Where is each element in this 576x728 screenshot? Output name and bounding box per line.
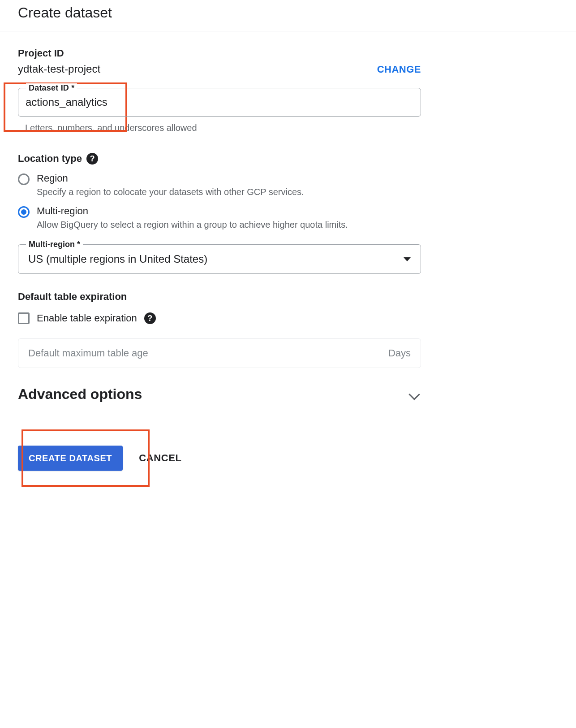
dataset-id-field[interactable]: Dataset ID * actions_analytics — [18, 88, 421, 117]
dataset-id-label: Dataset ID * — [26, 83, 77, 93]
table-expiration-heading: Default table expiration — [18, 291, 421, 303]
project-row: Project ID ydtak-test-project CHANGE — [18, 48, 421, 75]
radio-icon — [18, 173, 30, 185]
max-table-age-suffix: Days — [388, 347, 411, 359]
advanced-options-title: Advanced options — [18, 386, 142, 403]
cancel-button[interactable]: CANCEL — [139, 452, 181, 464]
location-type-label: Location type — [18, 153, 82, 165]
dataset-id-value: actions_analytics — [26, 96, 107, 108]
project-id-label: Project ID — [18, 48, 100, 59]
multi-region-select[interactable]: Multi-region * US (multiple regions in U… — [18, 244, 421, 274]
multi-region-select-value: US (multiple regions in United States) — [28, 253, 207, 265]
enable-expiration-label: Enable table expiration — [37, 312, 137, 324]
multi-region-select-label: Multi-region * — [26, 240, 83, 249]
enable-expiration-checkbox[interactable]: Enable table expiration ? — [18, 312, 421, 324]
radio-multi-region[interactable]: Multi-region Allow BigQuery to select a … — [18, 205, 421, 230]
help-icon[interactable]: ? — [86, 153, 98, 165]
radio-region[interactable]: Region Specify a region to colocate your… — [18, 173, 421, 197]
page-header: Create dataset — [0, 0, 576, 31]
chevron-down-icon — [408, 389, 420, 400]
dataset-id-helper: Letters, numbers, and underscores allowe… — [25, 123, 421, 133]
radio-region-title: Region — [37, 173, 304, 184]
chevron-down-icon — [404, 257, 411, 261]
project-id-value: ydtak-test-project — [18, 63, 100, 75]
radio-icon — [18, 206, 30, 218]
radio-region-desc: Specify a region to colocate your datase… — [37, 187, 304, 197]
action-row: CREATE DATASET CANCEL — [18, 446, 421, 471]
checkbox-icon — [18, 312, 30, 324]
max-table-age-placeholder: Default maximum table age — [28, 347, 148, 359]
location-type-heading: Location type ? — [18, 153, 421, 165]
page-title: Create dataset — [18, 4, 558, 21]
change-project-link[interactable]: CHANGE — [377, 64, 421, 75]
create-dataset-button[interactable]: CREATE DATASET — [18, 446, 123, 471]
radio-multi-desc: Allow BigQuery to select a region within… — [37, 220, 348, 230]
max-table-age-field: Default maximum table age Days — [18, 338, 421, 368]
advanced-options-toggle[interactable]: Advanced options — [18, 386, 421, 403]
radio-multi-title: Multi-region — [37, 205, 348, 217]
help-icon[interactable]: ? — [144, 312, 156, 324]
table-expiration-label: Default table expiration — [18, 291, 127, 303]
